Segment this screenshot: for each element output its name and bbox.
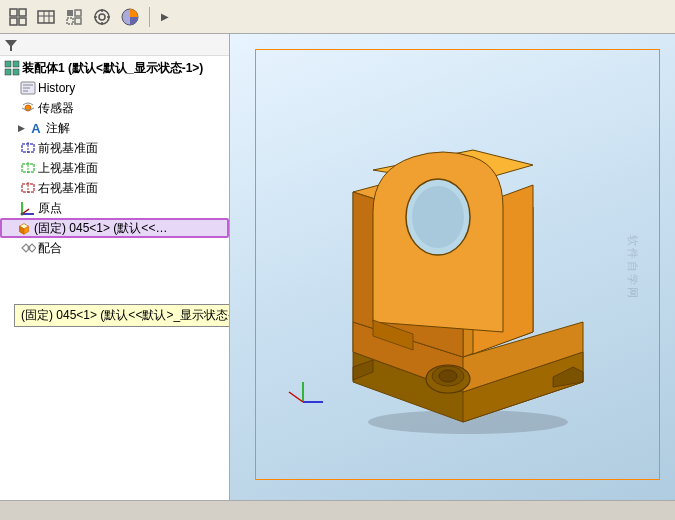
svg-rect-11 xyxy=(75,18,81,24)
top-plane-tree-icon xyxy=(20,160,36,176)
origin-tree-icon xyxy=(20,200,36,216)
statusbar xyxy=(0,500,675,520)
tree-top-plane-label: 上视基准面 xyxy=(38,160,98,177)
tree-item-front-plane[interactable]: 前视基准面 xyxy=(0,138,229,158)
svg-rect-0 xyxy=(10,9,17,16)
tree-origin-label: 原点 xyxy=(38,200,62,217)
tree-item-fixed-part[interactable]: (固定) 045<1> (默认<<默认>_显示 xyxy=(0,218,229,238)
part-svg xyxy=(273,92,653,452)
tree-fixed-part-label: (固定) 045<1> (默认<<默认>_显示 xyxy=(34,220,174,237)
history-tree-icon xyxy=(20,80,36,96)
tree-annotation-label: 注解 xyxy=(46,120,70,137)
assembly-icon[interactable] xyxy=(6,5,30,29)
tree-item-mate[interactable]: 配合 xyxy=(0,238,229,258)
chart-icon[interactable] xyxy=(118,5,142,29)
feature-tree: 装配体1 (默认<默认_显示状态-1>) History xyxy=(0,56,229,500)
mate-tree-icon xyxy=(20,240,36,256)
target-icon[interactable] xyxy=(90,5,114,29)
explode-icon[interactable] xyxy=(62,5,86,29)
part-tooltip: (固定) 045<1> (默认<<默认>_显示状态-1>) xyxy=(14,304,229,327)
svg-rect-1 xyxy=(19,9,26,16)
annotation-expand-arrow[interactable]: ▶ xyxy=(14,121,28,135)
toolbar: ▶ xyxy=(0,0,675,34)
toolbar-more-arrow[interactable]: ▶ xyxy=(157,5,173,29)
svg-rect-21 xyxy=(13,61,19,67)
svg-marker-19 xyxy=(5,40,17,51)
filter-icon xyxy=(4,38,18,52)
svg-rect-22 xyxy=(5,69,11,75)
part-tree-icon xyxy=(16,220,32,236)
tree-item-origin[interactable]: 原点 xyxy=(0,198,229,218)
tree-history-label: History xyxy=(38,81,75,95)
svg-rect-2 xyxy=(10,18,17,25)
svg-rect-8 xyxy=(67,10,73,16)
part-3d-view xyxy=(260,54,665,490)
svg-point-13 xyxy=(99,14,105,20)
tree-right-plane-label: 右视基准面 xyxy=(38,180,98,197)
tree-sensor-label: 传感器 xyxy=(38,100,74,117)
svg-point-59 xyxy=(439,370,457,382)
svg-point-12 xyxy=(95,10,109,24)
tree-item-annotation[interactable]: ▶ A 注解 xyxy=(0,118,229,138)
svg-rect-4 xyxy=(38,11,54,23)
svg-line-63 xyxy=(289,392,303,402)
front-plane-tree-icon xyxy=(20,140,36,156)
annotation-tree-icon: A xyxy=(28,120,44,136)
svg-rect-10 xyxy=(67,18,73,24)
watermark: 软件自学网 xyxy=(625,235,640,300)
svg-rect-23 xyxy=(13,69,19,75)
tree-mate-label: 配合 xyxy=(38,240,62,257)
tree-item-root[interactable]: 装配体1 (默认<默认_显示状态-1>) xyxy=(0,58,229,78)
main-area: 装配体1 (默认<默认_显示状态-1>) History xyxy=(0,34,675,500)
tree-item-history[interactable]: History xyxy=(0,78,229,98)
svg-point-56 xyxy=(412,186,464,248)
table-icon[interactable] xyxy=(34,5,58,29)
viewport[interactable]: 软件自学网 xyxy=(230,34,675,500)
tree-item-top-plane[interactable]: 上视基准面 xyxy=(0,158,229,178)
svg-rect-9 xyxy=(75,10,81,16)
tree-item-right-plane[interactable]: 右视基准面 xyxy=(0,178,229,198)
toolbar-separator xyxy=(149,7,150,27)
sidebar-filter[interactable] xyxy=(0,34,229,56)
assembly-tree-icon xyxy=(4,60,20,76)
tree-front-plane-label: 前视基准面 xyxy=(38,140,98,157)
svg-point-38 xyxy=(21,213,24,216)
svg-rect-20 xyxy=(5,61,11,67)
tree-root-label: 装配体1 (默认<默认_显示状态-1>) xyxy=(22,60,203,77)
svg-rect-3 xyxy=(19,18,26,25)
right-plane-tree-icon xyxy=(20,180,36,196)
sensor-tree-icon xyxy=(20,100,36,116)
sidebar: 装配体1 (默认<默认_显示状态-1>) History xyxy=(0,34,230,500)
tree-item-sensor[interactable]: 传感器 xyxy=(0,98,229,118)
